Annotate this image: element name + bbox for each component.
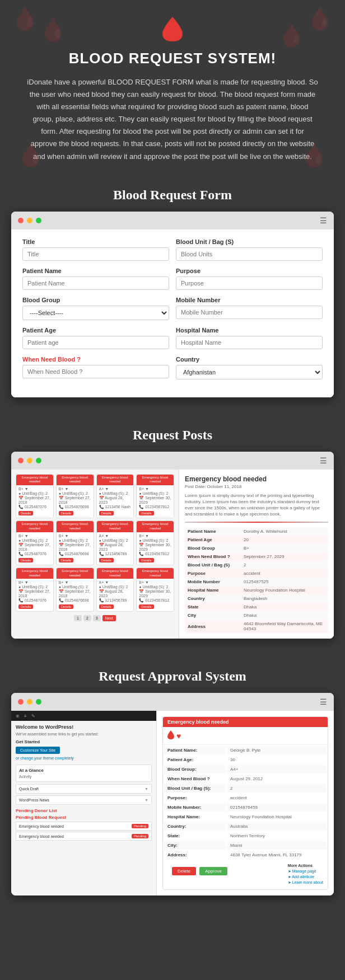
post-card-details-btn[interactable]: Details (139, 604, 153, 609)
post-card-type: B+ ▼ (139, 580, 171, 584)
pending-item-1[interactable]: Emergency blood needed Pending (16, 822, 152, 831)
wp-change-theme-link[interactable]: or change your theme completely (16, 756, 152, 760)
post-card-id: 📞 01234567812 (139, 505, 171, 509)
title-input[interactable] (22, 247, 169, 261)
post-card-details-btn[interactable]: Details (59, 558, 73, 562)
detail-label: Mobile Number: (164, 803, 226, 812)
detail-value: 4838 Tyler Avenue Miami, FL 33179 (227, 851, 327, 859)
form-row-5: When Need Blood ? Country Afghanistan Al… (22, 356, 323, 379)
detail-label: Country (185, 594, 241, 603)
post-card-details-btn[interactable]: Details (99, 558, 114, 562)
form-content: Title Blood Unit / Bag (S) Patient Name … (11, 229, 334, 397)
post-card-id: 📞 01234567812 (139, 598, 171, 603)
patient-age-input[interactable] (22, 336, 169, 349)
post-card-unit: ● Unit/Bag (S): 2 (18, 538, 51, 542)
table-row: Address:4838 Tyler Avenue Miami, FL 3317… (164, 851, 327, 859)
post-card-header: Emergency blood needed (97, 568, 134, 579)
detail-label: City (185, 611, 241, 620)
post-card[interactable]: Emergency blood needed B+ ▼ ● Unit/Bag (… (56, 521, 94, 565)
post-card-type: B+ ▼ (18, 487, 51, 491)
form-browser-mockup: ☰ Title Blood Unit / Bag (S) Patient Nam… (11, 212, 334, 397)
wp-wordpress-news[interactable]: WordPress News ▼ (16, 795, 152, 805)
table-row: StateDhaka (185, 603, 328, 611)
patient-name-input[interactable] (22, 276, 169, 290)
post-card-details-btn[interactable]: Details (99, 604, 114, 609)
post-card-details-btn[interactable]: Details (18, 558, 33, 562)
post-card[interactable]: Emergency blood needed B+ ▼ ● Unit/Bag (… (16, 521, 54, 565)
page-3-btn[interactable]: 3 (93, 615, 101, 621)
post-card-type: B+ ▼ (59, 487, 91, 491)
detail-value: 4642 Bloomfield Way Damariscotta, ME 045… (241, 620, 328, 633)
post-card-header: Emergency blood needed (97, 521, 134, 532)
patient-age-label: Patient Age (22, 327, 169, 334)
page-next-btn[interactable]: Next (102, 615, 116, 621)
wp-welcome-subtitle: We've assembled some links to get you st… (16, 732, 152, 736)
post-card[interactable]: Emergency blood needed B+ ▼ ● Unit/Bag (… (136, 474, 174, 519)
table-row: City:Miami (164, 841, 327, 850)
post-card-id: 📞 1213456789 (99, 598, 132, 603)
post-card[interactable]: Emergency blood needed B+ ▼ ● Unit/Bag (… (56, 568, 94, 612)
post-card-details-btn[interactable]: Details (59, 511, 73, 515)
post-card[interactable]: Emergency blood needed B+ ▼ ● Unit/Bag (… (136, 521, 174, 565)
post-card-header: Emergency blood needed (16, 521, 53, 532)
wp-quick-draft[interactable]: Quick Draft ▼ (16, 784, 152, 794)
post-card[interactable]: Emergency blood needed B+ ▼ ● Unit/Bag (… (16, 568, 54, 612)
blood-drop-icon-left (167, 730, 174, 741)
post-card[interactable]: Emergency blood needed A+ ▼ ● Unit/Bag (… (96, 521, 134, 565)
post-card-header: Emergency blood needed (137, 521, 174, 532)
detail-label: Country: (164, 822, 226, 831)
post-card[interactable]: Emergency blood needed B+ ▼ ● Unit/Bag (… (16, 474, 54, 519)
delete-button[interactable]: Delete (172, 867, 196, 875)
page-2-btn[interactable]: 2 (83, 615, 91, 621)
mobile-input[interactable] (176, 306, 323, 319)
hospital-input[interactable] (176, 336, 323, 349)
post-card-details-btn[interactable]: Details (59, 604, 73, 609)
post-card-id: 📞 0125487076 (18, 552, 51, 556)
wp-customize-btn[interactable]: Customize Your Site (16, 747, 60, 754)
post-card-unit: ● Unit/Bag (S): 2 (139, 491, 171, 495)
more-action-item-1[interactable]: ➤ Manage page (288, 869, 323, 874)
purpose-input[interactable] (176, 276, 323, 290)
post-card-unit: ● Unit/Bag (S): 2 (59, 491, 91, 495)
post-card[interactable]: Emergency blood needed A+ ▼ ● Unit/Bag (… (96, 474, 134, 519)
post-card-details-btn[interactable]: Details (139, 558, 153, 562)
wp-news-label: WordPress News (19, 798, 49, 802)
when-need-input[interactable] (22, 365, 169, 378)
post-card-id: 📞 0125487076 (18, 505, 51, 509)
blood-unit-input[interactable] (176, 247, 323, 261)
post-card[interactable]: Emergency blood needed B+ ▼ ● Unit/Bag (… (56, 474, 94, 519)
more-actions-title: More Actions (288, 864, 323, 868)
detail-label: Hospital Name (185, 586, 241, 594)
posts-left-panel: Emergency blood needed B+ ▼ ● Unit/Bag (… (11, 470, 179, 639)
wp-welcome-title: Welcome to WordPress! (16, 724, 152, 730)
more-action-item-3[interactable]: ➤ Learn more about (288, 880, 323, 885)
approve-button[interactable]: Approve (199, 867, 227, 875)
detail-value: 20 (241, 536, 328, 544)
detail-label: Blood Unit / Bag (S): (164, 784, 226, 793)
pagination: 1 2 3 Next (16, 615, 174, 621)
mobile-group: Mobile Number (176, 297, 323, 320)
page-1-btn[interactable]: 1 (74, 615, 82, 621)
approval-layout: ⊕ ≡ ✎ Welcome to WordPress! We've assemb… (11, 711, 334, 895)
post-card-details-btn[interactable]: Details (139, 511, 153, 515)
post-card-details-btn[interactable]: Details (99, 511, 114, 515)
detail-value: accident (227, 794, 327, 802)
post-card-details-btn[interactable]: Details (18, 604, 33, 609)
pending-item-2[interactable]: Emergency blood needed Pending (16, 832, 152, 841)
post-card[interactable]: Emergency blood needed B+ ▼ ● Unit/Bag (… (136, 568, 174, 612)
post-card-header: Emergency blood needed (137, 568, 174, 579)
detail-label: Blood Group (185, 544, 241, 552)
title-label: Title (22, 238, 169, 245)
post-card-header: Emergency blood needed (16, 568, 53, 579)
blood-group-select[interactable]: ----Select---- A+A- B+B- AB+AB- O+O- (22, 306, 169, 320)
detail-value: Miami (227, 841, 327, 850)
post-card-unit: ● Unit/Bag (S): 2 (59, 585, 91, 589)
country-select[interactable]: Afghanistan AlbaniaAlgeria BangladeshAus… (176, 365, 323, 379)
hero-title: BLOOD REQUEST SYSTEM! (11, 50, 334, 67)
post-card-details-btn[interactable]: Details (18, 511, 33, 515)
more-action-item-2[interactable]: ➤ Add attribute (288, 875, 323, 879)
post-detail-table: Patient NameDorothy A. Whitehurst Patien… (185, 527, 328, 633)
posts-layout: Emergency blood needed B+ ▼ ● Unit/Bag (… (11, 470, 334, 639)
post-card[interactable]: Emergency blood needed A+ ▼ ● Unit/Bag (… (96, 568, 134, 612)
detail-label: City: (164, 841, 226, 850)
